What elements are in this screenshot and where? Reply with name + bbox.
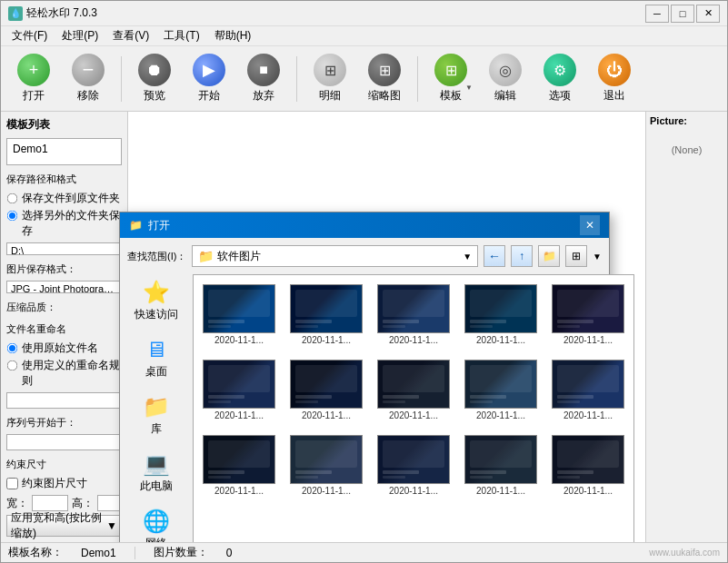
trim-checkbox[interactable]: 约束图片尺寸 [6, 476, 122, 491]
options-button[interactable]: ⚙ 选项 [534, 50, 585, 108]
menu-view[interactable]: 查看(V) [105, 26, 156, 45]
save-option-other[interactable]: 选择另外的文件夹保存 [6, 208, 122, 239]
file-item[interactable]: 2020-11-1... [548, 281, 628, 349]
template-list-item[interactable]: Demo1 [9, 141, 119, 157]
svg-rect-17 [557, 290, 619, 317]
folder-path[interactable]: D:\ [6, 242, 122, 255]
apply-label: 应用宽和高(按比例缩放) [11, 510, 106, 541]
computer-label: 此电脑 [140, 479, 173, 494]
location-input: 📁 软件图片 ▼ [192, 245, 478, 267]
edit-label: 编辑 [494, 88, 516, 104]
file-item[interactable]: 2020-11-1... [286, 281, 366, 349]
save-option-original-label: 保存文件到原文件夹 [22, 191, 120, 206]
thumbnail-label: 缩略图 [368, 88, 401, 104]
menu-tools[interactable]: 工具(T) [156, 26, 206, 45]
file-name: 2020-11-1... [377, 486, 450, 496]
file-item[interactable]: 2020-11-1... [199, 281, 279, 349]
file-item[interactable]: 2020-11-1... [548, 431, 628, 499]
file-item[interactable]: 2020-11-1... [286, 431, 366, 499]
nav-back-button[interactable]: ← [484, 245, 505, 267]
menu-process[interactable]: 处理(P) [55, 26, 105, 45]
exit-button[interactable]: ⏻ 退出 [589, 50, 640, 108]
close-button[interactable]: ✕ [696, 5, 720, 23]
file-item[interactable]: 2020-11-1... [374, 356, 454, 424]
svg-rect-54 [470, 470, 506, 474]
file-name: 2020-11-1... [464, 335, 537, 345]
svg-rect-43 [208, 476, 231, 479]
nav-network[interactable]: 🌐 网络 [127, 503, 185, 542]
location-value[interactable]: 软件图片 [217, 249, 261, 264]
new-folder-button[interactable]: 📁 [538, 245, 560, 267]
file-item[interactable]: 2020-11-1... [461, 356, 541, 424]
file-thumbnail [377, 360, 450, 409]
quality-label: 压缩品质： [6, 301, 122, 314]
svg-rect-15 [470, 325, 493, 328]
picture-none: (None) [650, 144, 723, 155]
file-name: 2020-11-1... [552, 410, 624, 420]
file-item[interactable]: 2020-11-1... [548, 356, 628, 424]
nav-quick-access[interactable]: ⭐ 快速访问 [127, 274, 185, 328]
svg-rect-55 [470, 476, 493, 479]
details-button[interactable]: ⊞ 明细 [304, 50, 355, 108]
svg-rect-26 [295, 395, 332, 399]
rename-field[interactable]: New#### [6, 392, 122, 409]
width-input[interactable]: 640 [32, 495, 68, 511]
abort-button[interactable]: ■ 放弃 [238, 50, 289, 108]
file-name: 2020-11-1... [464, 410, 537, 420]
file-item[interactable]: 2020-11-1... [286, 356, 366, 424]
file-thumbnail [377, 284, 450, 333]
file-item[interactable]: 2020-11-1... [199, 356, 279, 424]
nav-computer[interactable]: 💻 此电脑 [127, 446, 185, 499]
file-grid-container[interactable]: 2020-11-1... 2020-11-1... 2020-11-1... 2… [193, 274, 634, 542]
rename-original[interactable]: 使用原始文件名 [6, 341, 122, 356]
file-name: 2020-11-1... [290, 335, 363, 345]
desktop-icon: 🖥 [145, 337, 167, 362]
thumbnail-button[interactable]: ⊞ 缩略图 [359, 50, 410, 108]
file-item[interactable]: 2020-11-1... [199, 431, 279, 499]
menu-help[interactable]: 帮助(H) [207, 26, 259, 45]
menu-file[interactable]: 文件(F) [5, 26, 55, 45]
file-name: 2020-11-1... [377, 410, 450, 420]
svg-rect-46 [295, 470, 332, 474]
file-item[interactable]: 2020-11-1... [374, 431, 454, 499]
nav-library[interactable]: 📁 库 [127, 389, 185, 442]
toolbar: + 打开 − 移除 ⏺ 预览 ▶ 开始 ■ 放弃 ⊞ 明细 ⊞ 缩略图 [1, 46, 727, 112]
svg-rect-35 [470, 400, 493, 403]
file-item[interactable]: 2020-11-1... [461, 431, 541, 499]
minimize-button[interactable]: ─ [645, 5, 669, 23]
format-value[interactable]: JPG - Joint Photographic [6, 281, 122, 293]
open-button[interactable]: + 打开 [8, 50, 59, 108]
svg-rect-30 [383, 395, 419, 399]
template-list[interactable]: Demo1 [6, 138, 122, 165]
remove-button[interactable]: − 移除 [63, 50, 114, 108]
view-toggle-button[interactable]: ⊞ [565, 245, 587, 267]
maximize-button[interactable]: □ [671, 5, 694, 23]
open-dialog: 📁 打开 ✕ 查找范围(I)： 📁 软件图片 ▼ ← ↑ [119, 212, 610, 542]
view-dropdown[interactable]: ▼ [593, 252, 602, 262]
rename-custom[interactable]: 使用定义的重命名规则 [6, 358, 122, 389]
file-item[interactable]: 2020-11-1... [461, 281, 541, 349]
nav-up-button[interactable]: ↑ [511, 245, 533, 267]
nav-desktop[interactable]: 🖥 桌面 [127, 331, 185, 385]
apply-button[interactable]: 应用宽和高(按比例缩放) ▼ [6, 515, 122, 537]
edit-button[interactable]: ◎ 编辑 [480, 50, 531, 108]
dialog-title-left: 📁 打开 [129, 218, 170, 233]
title-bar-left: 💧 轻松水印 7.0.3 [8, 5, 97, 21]
svg-rect-31 [383, 400, 405, 403]
exit-label: 退出 [603, 88, 625, 104]
start-button[interactable]: ▶ 开始 [184, 50, 234, 108]
template-button[interactable]: ⊞ 模板 ▼ [425, 50, 476, 108]
save-option-original[interactable]: 保存文件到原文件夹 [6, 191, 122, 206]
svg-rect-18 [557, 320, 593, 323]
file-grid: 2020-11-1... 2020-11-1... 2020-11-1... 2… [199, 281, 628, 499]
preview-button[interactable]: ⏺ 预览 [129, 50, 180, 108]
file-item[interactable]: 2020-11-1... [374, 281, 454, 349]
file-name: 2020-11-1... [290, 486, 363, 496]
seq-input[interactable] [6, 434, 122, 450]
menu-bar: 文件(F) 处理(P) 查看(V) 工具(T) 帮助(H) [1, 26, 727, 46]
save-options: 保存文件到原文件夹 选择另外的文件夹保存 [6, 191, 122, 239]
file-name: 2020-11-1... [290, 410, 363, 420]
dialog-close-button[interactable]: ✕ [580, 215, 600, 235]
dialog-title-bar: 📁 打开 ✕ [120, 212, 609, 238]
save-option-other-label: 选择另外的文件夹保存 [22, 208, 122, 239]
